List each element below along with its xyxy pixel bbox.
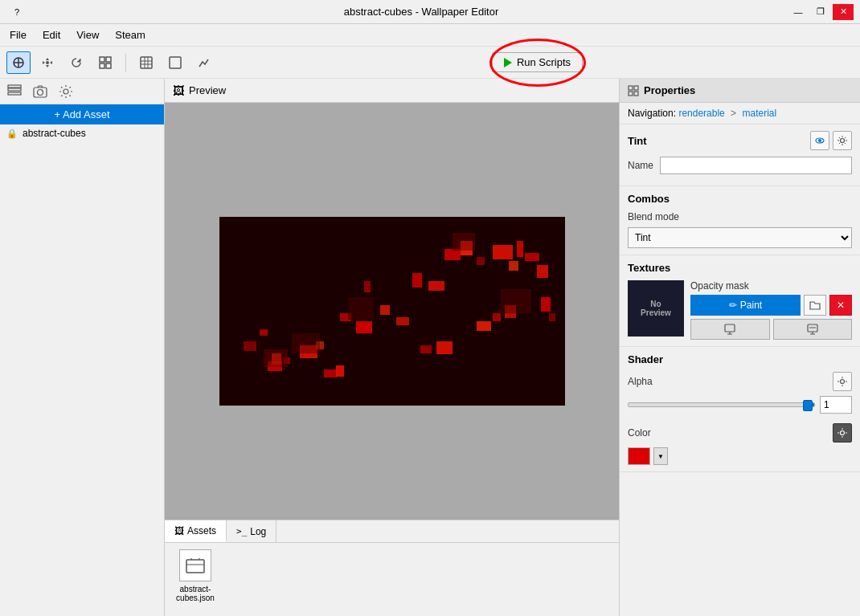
tint-eye-button[interactable] [810,131,829,150]
textures-section: Textures NoPreview Opacity mask ✏ Paint [620,255,860,347]
svg-rect-43 [493,313,501,321]
toolbar: Run Scripts [0,47,860,79]
properties-header: Properties [620,79,860,103]
restore-button[interactable]: ❐ [810,4,831,20]
svg-rect-50 [436,341,453,354]
alpha-settings-button[interactable] [833,372,852,391]
pan-tool-button[interactable] [35,51,59,74]
alpha-value-input[interactable]: 1 [820,396,852,414]
tint-header: Tint [628,131,852,150]
blend-mode-row: Blend mode [628,211,852,222]
svg-rect-29 [509,261,518,271]
chart-tool-button[interactable] [192,51,216,74]
color-header-row: Color [628,423,852,443]
add-asset-button[interactable]: + Add Asset [0,104,164,124]
svg-rect-28 [493,245,513,259]
paint-button[interactable]: ✏ Paint [690,295,801,316]
no-preview-box: NoPreview [628,280,684,337]
refresh-tool-button[interactable] [64,51,88,74]
color-dropdown[interactable]: ▼ [653,447,668,465]
settings-button[interactable] [56,82,76,101]
nav-material[interactable]: material [742,108,776,119]
grid-tool-button[interactable] [134,51,158,74]
svg-rect-58 [629,86,633,90]
svg-rect-25 [444,249,461,260]
preview-svg [219,217,565,406]
shader-section: Shader Alpha 1 Color [620,347,860,472]
alpha-header-row: Alpha [628,372,852,391]
sidebar-item-abstract-cubes[interactable]: 🔒 abstract-cubes [0,124,164,142]
svg-point-19 [63,89,68,94]
split-tool-button[interactable] [93,51,117,74]
preview-area [165,103,619,520]
tint-settings-button[interactable] [833,131,852,150]
texture-remove-button[interactable]: ✕ [829,295,852,316]
menu-view[interactable]: View [70,26,105,44]
alpha-slider-row: 1 [628,396,852,414]
svg-rect-47 [324,369,337,377]
menu-edit[interactable]: Edit [36,26,67,44]
svg-rect-59 [634,86,638,90]
assets-tab-icon: 🖼 [174,525,184,536]
texture-folder-button[interactable] [804,295,826,316]
run-scripts-label: Run Scripts [517,56,571,68]
svg-rect-53 [453,233,475,251]
move-tool-button[interactable] [6,51,31,74]
color-label: Color [628,427,651,439]
color-swatch[interactable] [628,447,650,465]
run-scripts-button[interactable]: Run Scripts [492,52,583,72]
nav-separator: > [731,108,736,119]
textures-row: NoPreview Opacity mask ✏ Paint ✕ [628,280,852,340]
layers-button[interactable] [5,82,24,101]
sidebar: + Add Asset 🔒 abstract-cubes [0,79,165,616]
camera-button[interactable] [31,82,50,101]
preview-header: 🖼 Preview [165,79,619,103]
bottom-panel: 🖼 Assets >_ Log abstract-cubes.json [165,520,619,616]
svg-rect-13 [170,57,181,68]
svg-rect-48 [336,365,344,377]
minimize-button[interactable]: — [788,4,809,20]
svg-rect-41 [364,281,371,292]
paint-label: Paint [740,300,762,311]
tint-title: Tint [628,135,647,147]
log-tab-icon: >_ [236,526,247,536]
asset-abstract-cubes[interactable]: abstract-cubes.json [171,549,219,602]
svg-rect-8 [141,57,152,68]
tab-assets[interactable]: 🖼 Assets [165,520,227,542]
center-panel: 🖼 Preview [165,79,619,616]
svg-point-68 [841,380,845,384]
svg-rect-46 [549,313,555,321]
svg-rect-56 [186,560,204,573]
texture-lower-btn-1[interactable] [690,319,770,340]
asset-label: abstract-cubes.json [171,585,219,602]
tab-log[interactable]: >_ Log [227,520,276,542]
properties-title: Properties [644,84,695,96]
paint-pencil-icon: ✏ [729,300,737,311]
svg-rect-38 [244,341,256,351]
menu-steam[interactable]: Steam [109,26,152,44]
preview-label: Preview [189,84,226,96]
svg-rect-27 [477,257,485,265]
close-button[interactable]: ✕ [833,4,854,20]
svg-rect-4 [100,57,104,62]
nav-renderable[interactable]: renderable [678,108,724,119]
color-settings-button[interactable] [833,423,852,443]
svg-rect-30 [517,241,523,257]
svg-rect-17 [34,88,47,97]
bottom-tabs: 🖼 Assets >_ Log [165,520,619,543]
alpha-slider-track [628,402,815,407]
svg-point-18 [38,89,43,95]
blend-mode-select[interactable]: Tint Normal Multiply Add [628,227,852,248]
tint-name-input[interactable] [660,157,852,174]
assets-tab-label: Assets [187,525,216,536]
help-button[interactable]: ? [6,4,27,20]
frame-tool-button[interactable] [163,51,187,74]
texture-lower-btn-2[interactable] [773,319,853,340]
svg-rect-54 [348,297,374,320]
tint-section: Tint Name [620,124,860,186]
log-tab-label: Log [250,526,266,537]
menu-file[interactable]: File [3,26,33,44]
alpha-slider-thumb[interactable] [803,400,813,411]
sidebar-item-label: abstract-cubes [23,128,86,139]
svg-rect-6 [100,63,104,68]
